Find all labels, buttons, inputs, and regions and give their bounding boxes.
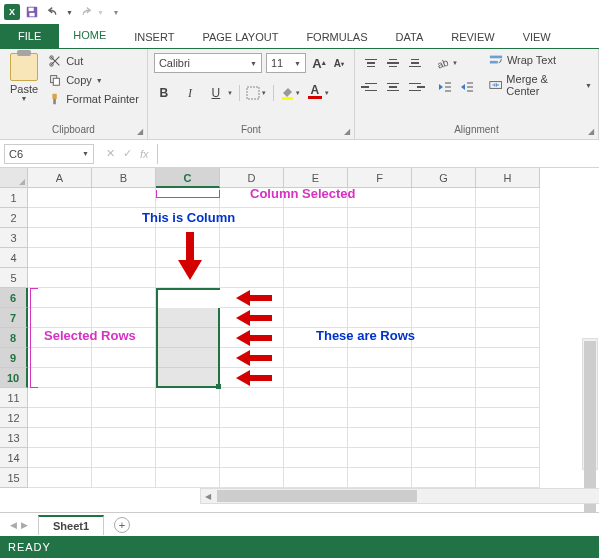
col-header-F[interactable]: F <box>348 168 412 188</box>
tab-insert[interactable]: INSERT <box>120 26 188 48</box>
svg-rect-6 <box>53 78 59 85</box>
name-box[interactable]: C6▼ <box>4 144 94 164</box>
svg-marker-24 <box>236 310 272 326</box>
row-bracket <box>30 288 38 388</box>
row-header-8[interactable]: 8 <box>0 328 28 348</box>
copy-button[interactable]: Copy ▼ <box>46 72 141 88</box>
align-middle-button[interactable] <box>383 53 403 73</box>
qat-customize-icon[interactable]: ▾ <box>106 2 126 22</box>
borders-button[interactable]: ▼ <box>246 86 267 100</box>
tab-file[interactable]: FILE <box>0 24 59 48</box>
cut-button[interactable]: Cut <box>46 53 141 69</box>
row-headers[interactable]: 123456789101112131415 <box>0 188 28 488</box>
tab-review[interactable]: REVIEW <box>437 26 508 48</box>
fill-color-button[interactable]: ▼ <box>280 86 301 100</box>
formula-bar[interactable] <box>157 144 599 164</box>
italic-button[interactable]: I <box>180 83 200 103</box>
save-icon[interactable] <box>22 2 42 22</box>
increase-indent-button[interactable] <box>457 77 477 97</box>
new-sheet-button[interactable]: + <box>114 517 130 533</box>
dialog-launcher-icon[interactable]: ◢ <box>344 127 350 136</box>
merge-center-button[interactable]: Merge & Center ▼ <box>489 73 592 97</box>
row-header-6[interactable]: 6 <box>0 288 28 308</box>
increase-font-icon[interactable]: A▴ <box>310 54 328 72</box>
bold-button[interactable]: B <box>154 83 174 103</box>
row-header-4[interactable]: 4 <box>0 248 28 268</box>
col-header-E[interactable]: E <box>284 168 348 188</box>
align-left-button[interactable] <box>361 77 381 97</box>
horizontal-scrollbar[interactable]: ◀▶ <box>200 488 599 504</box>
font-size-combo[interactable]: 11▼ <box>266 53 306 73</box>
tab-data[interactable]: DATA <box>382 26 438 48</box>
undo-dropdown-icon[interactable]: ▼ <box>66 9 73 16</box>
merge-dropdown-icon[interactable]: ▼ <box>585 82 592 89</box>
row-header-13[interactable]: 13 <box>0 428 28 448</box>
outdent-icon <box>437 79 453 95</box>
align-center-button[interactable] <box>383 77 403 97</box>
row-header-12[interactable]: 12 <box>0 408 28 428</box>
indent-icon <box>459 79 475 95</box>
col-header-C[interactable]: C <box>156 168 220 188</box>
anno-this-is-column: This is Column <box>142 210 235 225</box>
tab-home[interactable]: HOME <box>59 24 120 48</box>
row-header-7[interactable]: 7 <box>0 308 28 328</box>
row-header-11[interactable]: 11 <box>0 388 28 408</box>
svg-rect-9 <box>247 87 259 99</box>
enter-formula-icon[interactable]: ✓ <box>123 147 132 160</box>
sheet-nav-next-icon[interactable]: ▶ <box>21 520 28 530</box>
dialog-launcher-icon[interactable]: ◢ <box>137 127 143 136</box>
tab-view[interactable]: VIEW <box>509 26 565 48</box>
align-right-button[interactable] <box>405 77 425 97</box>
svg-marker-27 <box>236 370 272 386</box>
col-bracket <box>156 190 220 198</box>
sheet-tab-active[interactable]: Sheet1 <box>38 515 104 535</box>
fx-icon[interactable]: fx <box>140 148 149 160</box>
anno-column-selected: Column Selected <box>250 186 355 201</box>
group-alignment: ab▼ <box>355 49 599 139</box>
col-header-B[interactable]: B <box>92 168 156 188</box>
select-all-button[interactable] <box>0 168 28 188</box>
cancel-formula-icon[interactable]: ✕ <box>106 147 115 160</box>
row-header-14[interactable]: 14 <box>0 448 28 468</box>
row-header-3[interactable]: 3 <box>0 228 28 248</box>
align-bottom-button[interactable] <box>405 53 425 73</box>
redo-button[interactable] <box>75 2 95 22</box>
cells-area[interactable] <box>28 188 599 512</box>
tab-formulas[interactable]: FORMULAS <box>292 26 381 48</box>
worksheet-grid[interactable]: ABCDEFGH 123456789101112131415 Column Se… <box>0 168 599 512</box>
col-header-H[interactable]: H <box>476 168 540 188</box>
col-header-G[interactable]: G <box>412 168 476 188</box>
row-header-2[interactable]: 2 <box>0 208 28 228</box>
font-color-button[interactable]: A▼ <box>307 84 330 102</box>
column-headers[interactable]: ABCDEFGH <box>28 168 599 188</box>
wrap-text-icon <box>489 53 503 67</box>
brush-icon <box>48 92 62 106</box>
tab-page-layout[interactable]: PAGE LAYOUT <box>188 26 292 48</box>
svg-marker-25 <box>236 330 272 346</box>
wrap-text-button[interactable]: Wrap Text <box>489 53 592 67</box>
paste-dropdown-icon[interactable]: ▼ <box>21 95 28 102</box>
redo-dropdown-icon[interactable]: ▼ <box>97 9 104 16</box>
underline-button[interactable]: U▼ <box>206 83 233 103</box>
col-header-D[interactable]: D <box>220 168 284 188</box>
font-name-combo[interactable]: Calibri▼ <box>154 53 262 73</box>
row-header-10[interactable]: 10 <box>0 368 28 388</box>
paste-button[interactable]: Paste ▼ <box>6 53 42 102</box>
vertical-scrollbar[interactable] <box>582 338 598 470</box>
copy-dropdown-icon[interactable]: ▼ <box>96 77 103 84</box>
row-header-1[interactable]: 1 <box>0 188 28 208</box>
svg-rect-1 <box>29 8 34 12</box>
sheet-nav-prev-icon[interactable]: ◀ <box>10 520 17 530</box>
row-header-9[interactable]: 9 <box>0 348 28 368</box>
paste-icon <box>10 53 38 81</box>
dialog-launcher-icon[interactable]: ◢ <box>588 127 594 136</box>
decrease-indent-button[interactable] <box>435 77 455 97</box>
decrease-font-icon[interactable]: A▾ <box>330 54 348 72</box>
row-header-5[interactable]: 5 <box>0 268 28 288</box>
orientation-button[interactable]: ab▼ <box>435 55 458 71</box>
row-header-15[interactable]: 15 <box>0 468 28 488</box>
align-top-button[interactable] <box>361 53 381 73</box>
col-header-A[interactable]: A <box>28 168 92 188</box>
undo-button[interactable] <box>44 2 64 22</box>
format-painter-button[interactable]: Format Painter <box>46 91 141 107</box>
